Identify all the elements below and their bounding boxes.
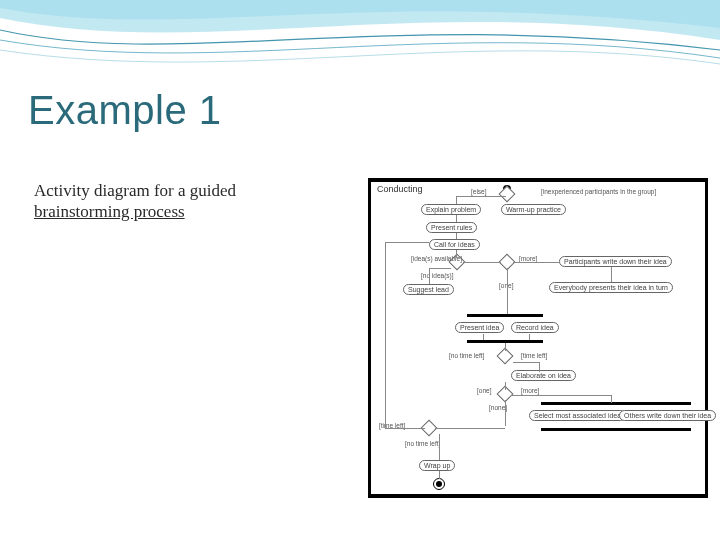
- node-suggest-lead: Suggest lead: [403, 284, 454, 295]
- edge: [511, 395, 611, 396]
- caption-link[interactable]: brainstorming process: [34, 202, 185, 221]
- activity-diagram-canvas: Conducting [else] [inexperienced partici…: [371, 182, 705, 494]
- node-elaborate: Elaborate on idea: [511, 370, 576, 381]
- slide: Example 1 Activity diagram for a guided …: [0, 0, 720, 540]
- fork-bar-2-icon: [541, 402, 691, 405]
- edge: [505, 343, 506, 351]
- diagram-frame-label: Conducting: [377, 184, 423, 194]
- decision-experience: [499, 186, 516, 203]
- fork-bar-icon: [467, 314, 543, 317]
- edge: [429, 268, 451, 269]
- guard-more2: [more]: [521, 387, 539, 394]
- edge: [611, 395, 612, 403]
- edge: [505, 400, 506, 426]
- caption-text: Activity diagram for a guided: [34, 181, 236, 200]
- edge: [385, 242, 386, 428]
- guard-no-ideas: [no idea(s)]: [421, 272, 454, 279]
- node-warm-up: Warm-up practice: [501, 204, 566, 215]
- final-node-icon: [433, 478, 445, 490]
- edge: [456, 215, 457, 222]
- edge: [483, 334, 484, 340]
- edge: [435, 428, 505, 429]
- edge: [529, 334, 530, 340]
- guard-inexperienced: [inexperienced participants in the group…: [541, 188, 656, 195]
- edge: [513, 262, 559, 263]
- edge: [611, 267, 612, 282]
- edge: [456, 250, 457, 258]
- node-present-rules: Present rules: [426, 222, 477, 233]
- edge: [539, 362, 540, 372]
- edge: [439, 434, 440, 460]
- edge: [463, 262, 501, 263]
- guard-one2: [one]: [477, 387, 491, 394]
- guard-no-time1: [no time left]: [449, 352, 484, 359]
- page-title: Example 1: [28, 88, 221, 133]
- join-bar-2-icon: [541, 428, 691, 431]
- edge: [513, 362, 539, 363]
- edge: [439, 471, 440, 479]
- guard-else: [else]: [471, 188, 487, 195]
- node-explain-problem: Explain problem: [421, 204, 481, 215]
- guard-ideas-available: [idea(s) available]: [411, 255, 462, 262]
- edge: [505, 382, 506, 390]
- guard-time-left1: [time left]: [521, 352, 547, 359]
- edge: [456, 233, 457, 239]
- node-others-write: Others write down their idea: [619, 410, 716, 421]
- node-wrapup: Wrap up: [419, 460, 455, 471]
- edge: [385, 242, 429, 243]
- edge: [456, 196, 506, 197]
- node-select-most: Select most associated idea: [529, 410, 626, 421]
- activity-diagram: Conducting [else] [inexperienced partici…: [368, 178, 708, 498]
- edge: [456, 196, 457, 204]
- guard-more1: [more]: [519, 255, 537, 262]
- edge: [507, 268, 508, 314]
- node-record-idea: Record idea: [511, 322, 559, 333]
- node-call-for-ideas: Call for ideas: [429, 239, 480, 250]
- wave-header-decoration: [0, 0, 720, 80]
- node-participants-write: Participants write down their idea: [559, 256, 672, 267]
- diagram-caption: Activity diagram for a guided brainstorm…: [34, 180, 334, 223]
- edge: [385, 428, 425, 429]
- node-everybody-presents: Everybody presents their idea in turn: [549, 282, 673, 293]
- guard-no-time2: [no time left]: [405, 440, 440, 447]
- node-present-idea: Present idea: [455, 322, 504, 333]
- edge: [429, 268, 430, 284]
